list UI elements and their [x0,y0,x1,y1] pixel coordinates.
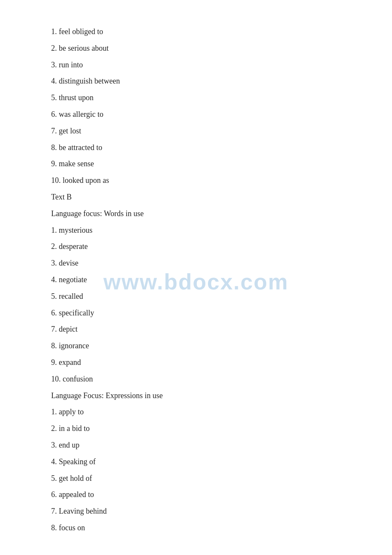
words-in-use-header: Language focus: Words in use [51,208,341,220]
list-item: 9. expand [51,356,341,369]
list-item: 7. get lost [51,125,341,137]
list-item: 4. distinguish between [51,75,341,87]
list-item: 8. be attracted to [51,142,341,154]
list-item: 5. get hold of [51,472,341,485]
list-a: 1. feel obliged to 2. be serious about 3… [51,26,341,187]
list-item: 1. feel obliged to [51,26,341,38]
list-item: 10. looked upon as [51,174,341,187]
list-item: 7. Leaving behind [51,505,341,517]
list-item: 6. specifically [51,307,341,319]
list-item: 5. recalled [51,290,341,303]
list-item: 3. run into [51,59,341,71]
list-item: 4. Speaking of [51,456,341,468]
list-item: 6. was allergic to [51,108,341,121]
language-focus-words: Language focus: Words in use 1. mysterio… [51,208,341,385]
text-b-header: Text B [51,191,341,203]
list-item: 1. apply to [51,406,341,418]
page-container: www.bdocx.com 1. feel obliged to 2. be s… [0,0,392,555]
list-item: 3. devise [51,257,341,269]
list-item: 2. be serious about [51,42,341,55]
list-item: 1. mysterious [51,224,341,237]
language-focus-expressions: Language Focus: Expressions in use 1. ap… [51,390,341,534]
list-item: 7. depict [51,323,341,335]
list-item: 6. appealed to [51,489,341,501]
expressions-in-use-header: Language Focus: Expressions in use [51,390,341,402]
list-item: 8. ignorance [51,340,341,352]
list-item: 4. negotiate [51,274,341,286]
list-item: 2. desperate [51,240,341,253]
list-item: 8. focus on [51,522,341,534]
list-item: 3. end up [51,439,341,451]
list-item: 2. in a bid to [51,422,341,435]
list-item: 5. thrust upon [51,92,341,104]
list-item: 9. make sense [51,158,341,170]
list-item: 10. confusion [51,373,341,385]
